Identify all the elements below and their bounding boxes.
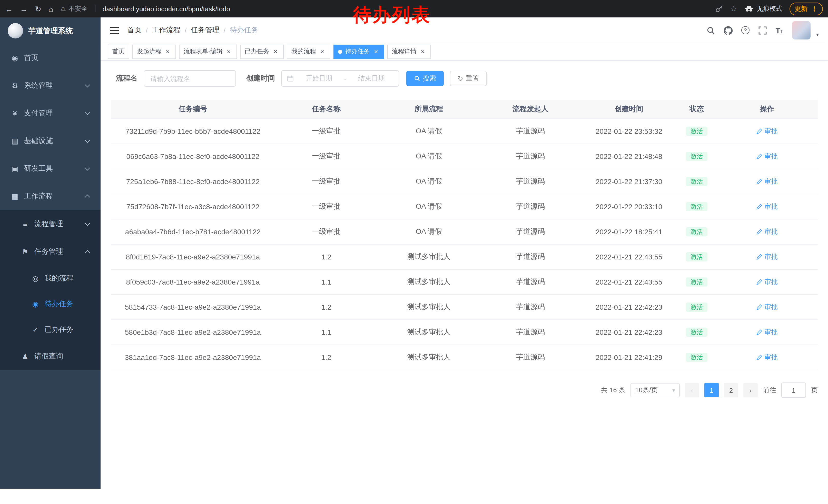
tab-label: 流程详情 — [392, 47, 417, 56]
page-button-2[interactable]: 2 — [724, 383, 738, 397]
sidebar-item-dev-tools[interactable]: ▣研发工具 — [0, 155, 100, 183]
cell-status: 激活 — [677, 295, 716, 319]
sidebar-item-label: 系统管理 — [24, 81, 53, 90]
app-root: ← → ↻ ⌂ ⚠ 不安全 dashboard.yudao.iocoder.cn… — [0, 0, 828, 504]
sidebar-item-done-task[interactable]: ✓已办任务 — [0, 317, 100, 342]
table-body: 73211d9d-7b9b-11ec-b5b7-acde48001122一级审批… — [111, 119, 818, 370]
tab-start-process[interactable]: 发起流程× — [132, 44, 176, 59]
close-icon[interactable]: × — [372, 48, 380, 55]
close-icon[interactable]: × — [225, 48, 233, 55]
approve-link[interactable]: 审批 — [756, 277, 778, 287]
cell-task-id: 58154733-7ac8-11ec-a9e2-a2380e71991a — [111, 295, 275, 319]
chevron-down-icon — [85, 82, 90, 87]
cell-task-id: 580e1b3d-7ac8-11ec-a9e2-a2380e71991a — [111, 320, 275, 345]
sidebar-item-system[interactable]: ⚙系统管理 — [0, 72, 100, 99]
approve-link[interactable]: 审批 — [756, 152, 778, 161]
logo[interactable]: 芋道管理系统 — [0, 17, 100, 44]
sidebar-item-payment[interactable]: ¥支付管理 — [0, 99, 100, 127]
warning-icon: ⚠ — [60, 5, 66, 12]
cell-status: 激活 — [677, 169, 716, 194]
security-indicator[interactable]: ⚠ 不安全 — [60, 4, 88, 13]
forward-icon[interactable]: → — [20, 5, 28, 12]
table-row: 580e1b3d-7ac8-11ec-a9e2-a2380e71991a1.1测… — [111, 320, 818, 345]
close-icon[interactable]: × — [164, 48, 171, 55]
tab-form-edit[interactable]: 流程表单-编辑× — [179, 44, 237, 59]
hamburger-icon[interactable] — [110, 27, 119, 34]
cell-status: 激活 — [677, 345, 716, 370]
sidebar-item-workflow[interactable]: ▦工作流程 — [0, 183, 100, 210]
approve-label: 审批 — [764, 303, 778, 312]
sidebar-item-task-mgmt[interactable]: ⚑任务管理 — [0, 238, 100, 266]
cell-create-time: 2022-01-21 22:42:23 — [581, 295, 677, 319]
prev-page-button[interactable]: ‹ — [685, 383, 699, 397]
date-separator: - — [344, 75, 346, 82]
breadcrumb-item[interactable]: 任务管理 — [191, 26, 219, 35]
cell-process: OA 请假 — [378, 220, 480, 244]
process-name-input[interactable] — [143, 70, 236, 87]
date-range-picker[interactable]: 开始日期 - 结束日期 — [281, 70, 399, 87]
approve-link[interactable]: 审批 — [756, 202, 778, 211]
cell-task-name: 一级审批 — [275, 119, 378, 144]
sidebar-item-process-mgmt[interactable]: ≡流程管理 — [0, 210, 100, 238]
breadcrumb-item[interactable]: 工作流程 — [152, 26, 180, 35]
approve-link[interactable]: 审批 — [756, 127, 778, 136]
edit-icon — [756, 128, 762, 134]
edit-icon — [756, 304, 762, 310]
tab-process-detail[interactable]: 流程详情× — [387, 44, 431, 59]
approve-link[interactable]: 审批 — [756, 177, 778, 186]
close-icon[interactable]: × — [272, 48, 279, 55]
close-icon[interactable]: × — [419, 48, 426, 55]
cell-initiator: 芋道源码 — [480, 244, 581, 269]
approve-link[interactable]: 审批 — [756, 303, 778, 312]
page-size-select[interactable]: 10条/页 ▾ — [630, 383, 680, 397]
navbar-actions: ? TT ▾ — [706, 21, 819, 40]
fullscreen-icon[interactable] — [758, 26, 767, 35]
kebab-menu-icon[interactable]: ⋮ — [811, 5, 818, 12]
edit-icon — [756, 254, 762, 260]
chevron-down-icon — [85, 165, 90, 171]
approve-link[interactable]: 审批 — [756, 353, 778, 362]
password-key-icon[interactable] — [715, 5, 723, 13]
refresh-icon[interactable]: ↻ — [35, 5, 41, 12]
tab-done-task[interactable]: 已办任务× — [240, 44, 284, 59]
my-process-icon: ◎ — [31, 274, 40, 282]
page-button-1[interactable]: 1 — [704, 383, 719, 397]
sidebar-item-home[interactable]: ◉首页 — [0, 44, 100, 72]
home-icon[interactable]: ⌂ — [48, 5, 53, 12]
update-button[interactable]: 更新 ⋮ — [790, 2, 823, 15]
back-icon[interactable]: ← — [5, 5, 13, 12]
url-text[interactable]: dashboard.yudao.iocoder.cn/bpm/task/todo — [102, 5, 230, 12]
next-page-button[interactable]: › — [743, 383, 758, 397]
cell-create-time: 2022-01-22 20:33:10 — [581, 194, 677, 219]
tab-home[interactable]: 首页 — [108, 44, 129, 59]
approve-link[interactable]: 审批 — [756, 227, 778, 236]
approve-link[interactable]: 审批 — [756, 328, 778, 337]
approve-label: 审批 — [764, 227, 778, 236]
help-icon[interactable]: ? — [741, 26, 749, 34]
reset-button[interactable]: ↻ 重置 — [450, 71, 487, 86]
font-size-icon[interactable]: TT — [776, 26, 783, 35]
approve-link[interactable]: 审批 — [756, 252, 778, 262]
sidebar-item-infrastructure[interactable]: ▤基础设施 — [0, 127, 100, 155]
github-icon[interactable] — [723, 26, 732, 35]
bookmark-star-icon[interactable]: ☆ — [730, 4, 737, 13]
search-button[interactable]: 搜索 — [406, 71, 444, 86]
chevron-down-icon[interactable]: ▾ — [816, 32, 819, 40]
goto-page-input[interactable] — [781, 382, 806, 398]
tab-my-process[interactable]: 我的流程× — [287, 44, 330, 59]
close-icon[interactable]: × — [319, 48, 326, 55]
cell-action: 审批 — [716, 345, 818, 370]
search-icon[interactable] — [706, 26, 715, 35]
tab-todo-task[interactable]: 待办任务× — [333, 44, 384, 59]
cell-task-name: 1.1 — [275, 320, 378, 345]
sidebar-item-todo-task[interactable]: ◉待办任务 — [0, 291, 100, 317]
cell-task-name: 一级审批 — [275, 220, 378, 244]
cell-initiator: 芋道源码 — [480, 220, 581, 244]
cell-initiator: 芋道源码 — [480, 345, 581, 370]
sidebar-item-my-process[interactable]: ◎我的流程 — [0, 266, 100, 291]
cell-task-name: 一级审批 — [275, 169, 378, 194]
sidebar-item-leave-query[interactable]: ♟请假查询 — [0, 342, 100, 370]
breadcrumb-item[interactable]: 首页 — [127, 26, 141, 35]
user-avatar[interactable] — [792, 21, 811, 40]
cell-action: 审批 — [716, 270, 818, 294]
